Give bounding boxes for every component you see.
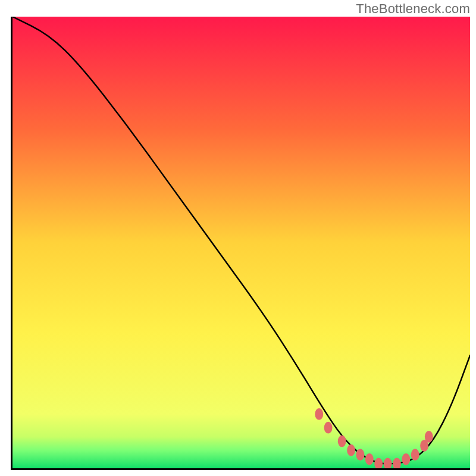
marker-dot	[393, 458, 401, 468]
curve-layer	[12, 17, 470, 468]
marker-dot	[324, 422, 333, 434]
watermark-text: TheBottleneck.com	[356, 1, 470, 17]
highlight-dots	[315, 408, 433, 468]
marker-dot	[384, 458, 392, 468]
marker-dot	[315, 408, 323, 420]
marker-dot	[425, 431, 433, 443]
marker-dot	[365, 453, 374, 465]
bottleneck-curve	[12, 17, 470, 464]
plot-area	[12, 17, 470, 468]
marker-dot	[374, 458, 383, 468]
marker-dot	[338, 436, 346, 447]
marker-dot	[402, 453, 410, 465]
marker-dot	[411, 449, 419, 461]
marker-dot	[347, 444, 355, 456]
marker-dot	[356, 449, 365, 461]
chart-frame: TheBottleneck.com	[0, 0, 476, 476]
plot-border	[11, 17, 470, 470]
